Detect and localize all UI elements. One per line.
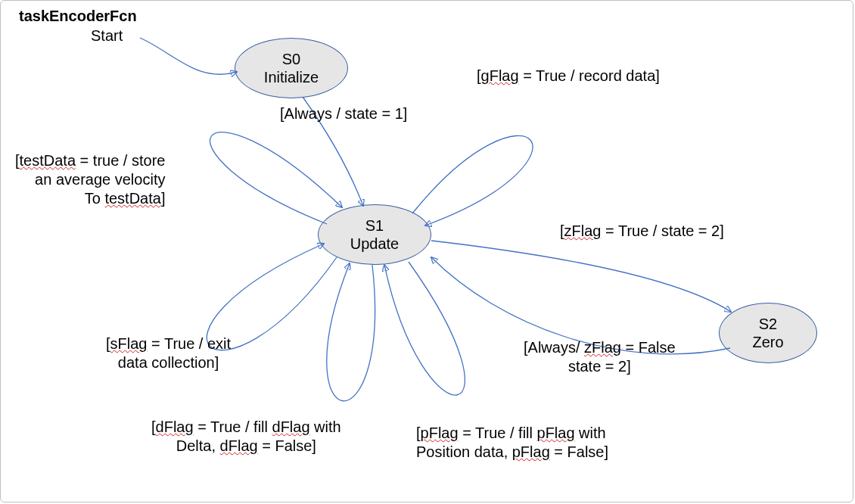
state-s0-name: Initialize: [264, 68, 319, 86]
state-s0-id: S0: [282, 50, 300, 68]
diagram-title: taskEncoderFcn: [19, 8, 137, 25]
state-s1-update: S1 Update: [318, 204, 431, 265]
label-dflag: [dFlag = True / fill dFlag with Delta, d…: [151, 418, 341, 456]
label-gflag: [gFlag = True / record data]: [477, 67, 660, 86]
label-s2-to-s1: [Always/ zFlag = False state = 2]: [524, 338, 676, 376]
start-label: Start: [91, 27, 123, 45]
label-pflag: [pFlag = True / fill pFlag with Position…: [416, 424, 608, 462]
state-s2-name: Zero: [752, 333, 783, 351]
state-s1-id: S1: [365, 216, 384, 235]
state-s1-name: Update: [350, 235, 400, 253]
state-s2-id: S2: [759, 315, 777, 333]
label-sflag: [sFlag = True / exit data collection]: [106, 334, 231, 372]
label-s0-to-s1: [Always / state = 1]: [280, 104, 407, 123]
label-testdata: [testData = true / store an average velo…: [15, 151, 165, 208]
label-zflag: [zFlag = True / state = 2]: [560, 222, 724, 241]
state-s2-zero: S2 Zero: [719, 303, 817, 363]
state-s0-initialize: S0 Initialize: [235, 38, 348, 98]
